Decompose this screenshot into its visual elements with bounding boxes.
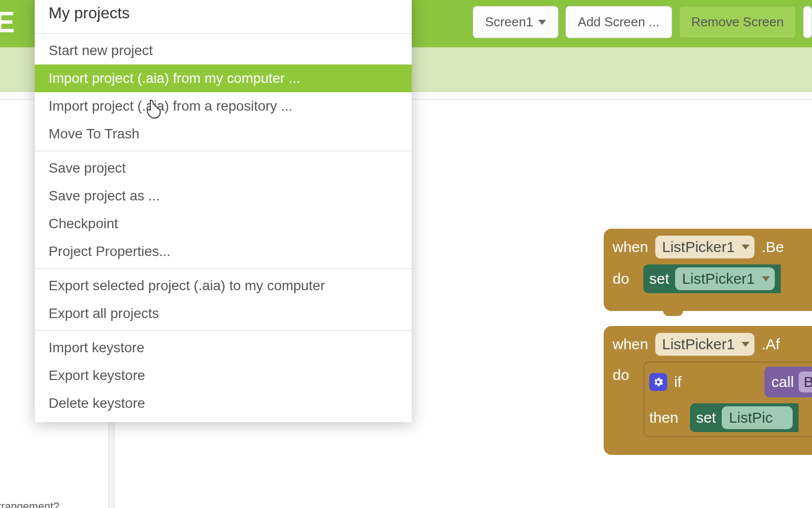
do-keyword: do (613, 270, 636, 287)
screen-selector-button[interactable]: Screen1 (473, 6, 559, 38)
menu-item[interactable]: Start new project (35, 37, 412, 64)
component-dropdown[interactable]: ListPicker1 (655, 333, 755, 356)
menu-header[interactable]: My projects (35, 0, 412, 30)
menu-item[interactable]: Checkpoint (35, 210, 412, 238)
call-keyword: call (771, 374, 794, 390)
event-suffix: .Af (761, 336, 780, 353)
menu-item[interactable]: Export selected project (.aia) to my com… (35, 272, 412, 300)
menu-item[interactable]: Import project (.aia) from a repository … (35, 92, 412, 120)
chevron-down-icon (742, 245, 750, 250)
chevron-down-icon (538, 20, 546, 25)
do-slot[interactable]: set ListPicker1 (643, 264, 812, 293)
menu-item[interactable]: Save project as ... (35, 182, 412, 210)
set-keyword: set (649, 270, 669, 287)
do-keyword: do (613, 362, 636, 383)
menu-separator (35, 151, 412, 151)
event-block-after[interactable]: when ListPicker1 .Af do if call (604, 326, 812, 455)
when-keyword: when (613, 239, 648, 255)
event-suffix: .Be (761, 239, 784, 255)
menu-item[interactable]: Move To Trash (35, 120, 412, 148)
if-keyword: if (674, 374, 682, 390)
add-screen-button[interactable]: Add Screen ... (565, 6, 672, 38)
when-keyword: when (613, 336, 648, 353)
set-keyword: set (696, 409, 716, 426)
menu-separator (35, 33, 412, 34)
chevron-down-icon (762, 276, 770, 281)
screen-selector-label: Screen1 (485, 14, 533, 30)
set-block[interactable]: set ListPic (690, 403, 798, 432)
if-block[interactable]: if call Bl then set ListPic (643, 362, 812, 437)
call-block[interactable]: call Bl (764, 367, 812, 397)
toolbar-button-group: Screen1 Add Screen ... Remove Screen (473, 6, 812, 38)
menu-item[interactable]: Import keystore (35, 334, 412, 362)
chevron-down-icon (742, 342, 750, 347)
menu-item[interactable]: Export keystore (35, 362, 412, 389)
set-target-dropdown[interactable]: ListPicker1 (675, 267, 775, 290)
logo-fragment: E (0, 5, 15, 39)
menu-item[interactable]: Save project (35, 154, 412, 182)
menu-item[interactable]: Import project (.aia) from my computer .… (35, 64, 412, 92)
set-block[interactable]: set ListPicker1 (643, 264, 781, 293)
call-target: Bl (799, 372, 812, 392)
blocks-area: when ListPicker1 .Be do set ListPicker1 (604, 229, 812, 470)
then-keyword: then (649, 409, 678, 426)
set-target-dropdown[interactable]: ListPic (722, 406, 792, 429)
remove-screen-button[interactable]: Remove Screen (679, 6, 796, 38)
menu-item[interactable]: Project Properties... (35, 238, 412, 265)
event-block-before[interactable]: when ListPicker1 .Be do set ListPicker1 (604, 229, 812, 311)
cutoff-button[interactable] (803, 6, 812, 38)
sidebar-text-fragment: rrangement? (0, 500, 60, 508)
menu-item[interactable]: Export all projects (35, 300, 412, 327)
menu-item[interactable]: Delete keystore (35, 389, 412, 417)
gear-icon[interactable] (649, 373, 667, 391)
block-notch (663, 307, 683, 316)
projects-dropdown-menu: My projects Start new projectImport proj… (35, 0, 412, 422)
menu-separator (35, 268, 412, 269)
menu-separator (35, 330, 412, 331)
component-dropdown[interactable]: ListPicker1 (655, 236, 755, 258)
